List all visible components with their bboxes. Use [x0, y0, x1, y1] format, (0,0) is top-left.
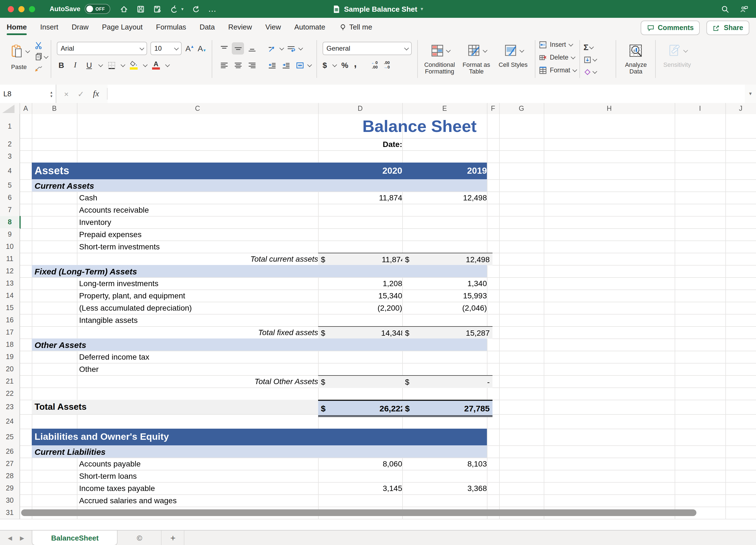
select-all-corner[interactable]: [0, 103, 20, 114]
align-bottom-button[interactable]: [246, 42, 258, 55]
align-center-button[interactable]: [232, 59, 244, 71]
autosave-toggle[interactable]: OFF: [85, 4, 111, 14]
total-assets-2019[interactable]: $27,785: [402, 400, 492, 417]
comments-button[interactable]: Comments: [640, 21, 700, 35]
document-title-area[interactable]: Sample Balance Shet ▾: [0, 0, 756, 18]
cut-button[interactable]: [35, 41, 47, 50]
row-header-28[interactable]: 28: [0, 470, 20, 483]
line-item-label[interactable]: Inventory: [77, 216, 320, 228]
clear-button[interactable]: [584, 67, 613, 77]
row-header-3[interactable]: 3: [0, 150, 20, 163]
row-header-12[interactable]: 12: [0, 265, 20, 278]
line-item-label[interactable]: Accrued salaries and wages: [77, 494, 320, 507]
more-toolbar-icon[interactable]: …: [208, 6, 217, 12]
decrease-font-size-button[interactable]: A▾: [197, 42, 206, 55]
name-box-stepper[interactable]: ▴▾: [50, 90, 52, 98]
line-item-label[interactable]: Other: [77, 363, 320, 375]
line-item-label[interactable]: Accounts receivable: [77, 204, 320, 216]
value-2019[interactable]: 15,993: [402, 289, 490, 302]
insert-function-icon[interactable]: fx: [93, 89, 99, 99]
total-assets-label[interactable]: Total Assets: [32, 400, 321, 414]
format-as-table-chevron[interactable]: [482, 48, 487, 53]
align-left-button[interactable]: [218, 59, 230, 71]
formula-bar-expand-chevron[interactable]: ▼: [745, 85, 756, 103]
number-format-select[interactable]: General: [323, 42, 412, 55]
increase-indent-button[interactable]: [280, 59, 292, 71]
redo-icon[interactable]: [191, 4, 200, 13]
wrap-text-button[interactable]: [285, 42, 297, 55]
cancel-entry-icon[interactable]: ×: [64, 89, 69, 98]
year-2020-header[interactable]: 2020: [318, 163, 405, 179]
cell-styles-button[interactable]: Cell Styles: [495, 40, 531, 75]
line-item-label[interactable]: Property, plant, and equipment: [77, 289, 320, 302]
increase-decimal-button[interactable]: ←0.00: [371, 61, 378, 70]
fill-button[interactable]: [584, 55, 613, 65]
row-header-30[interactable]: 30: [0, 494, 20, 507]
subtotal-2019[interactable]: $-: [402, 375, 492, 388]
row-header-18[interactable]: 18: [0, 338, 20, 351]
comma-format-button[interactable]: ,: [354, 61, 357, 66]
ribbon-tab-home[interactable]: Home: [7, 18, 27, 37]
section-label[interactable]: Other Assets: [32, 338, 269, 351]
delete-cells-button[interactable]: Delete: [539, 52, 576, 63]
fill-color-menu-chevron[interactable]: [143, 62, 148, 67]
value-2020[interactable]: 1,208: [318, 277, 405, 289]
format-as-table-button[interactable]: Format as Table: [458, 40, 495, 75]
row-header-24[interactable]: 24: [0, 414, 20, 429]
section-label[interactable]: Fixed (Long-Term) Assets: [32, 265, 269, 277]
subtotal-2020[interactable]: $11,874: [318, 253, 408, 266]
value-2020[interactable]: 8,060: [318, 458, 405, 470]
ribbon-tab-review[interactable]: Review: [228, 18, 252, 37]
horizontal-scrollbar[interactable]: [21, 509, 696, 516]
font-color-button[interactable]: A: [152, 59, 160, 71]
row-header-13[interactable]: 13: [0, 277, 20, 290]
line-item-label[interactable]: (Less accumulated depreciation): [77, 302, 320, 314]
row-header-5[interactable]: 5: [0, 179, 20, 192]
insert-cells-button[interactable]: Insert: [539, 39, 576, 50]
ribbon-tab-page-layout[interactable]: Page Layout: [102, 18, 143, 37]
merge-center-button[interactable]: [294, 59, 306, 71]
underline-menu-chevron[interactable]: [98, 62, 103, 67]
ribbon-tab-data[interactable]: Data: [199, 18, 215, 37]
row-header-15[interactable]: 15: [0, 302, 20, 314]
row-header-6[interactable]: 6: [0, 192, 20, 204]
paste-button[interactable]: Paste: [4, 40, 33, 72]
row-header-11[interactable]: 11: [0, 253, 20, 266]
row-header-7[interactable]: 7: [0, 204, 20, 217]
row-header-14[interactable]: 14: [0, 289, 20, 302]
row-header-22[interactable]: 22: [0, 387, 20, 400]
minimize-window-button[interactable]: [18, 6, 25, 12]
value-2020[interactable]: 15,340: [318, 289, 405, 302]
section-label[interactable]: Current Liabilities: [32, 445, 269, 458]
format-cells-button[interactable]: Format: [539, 65, 576, 76]
row-header-21[interactable]: 21: [0, 375, 20, 388]
value-2020[interactable]: 3,145: [318, 482, 405, 494]
formula-input[interactable]: [108, 85, 745, 103]
format-painter-button[interactable]: [35, 64, 47, 72]
value-2019[interactable]: 3,368: [402, 482, 490, 494]
column-header-H[interactable]: H: [544, 103, 675, 114]
column-header-G[interactable]: G: [499, 103, 544, 114]
row-header-9[interactable]: 9: [0, 228, 20, 241]
conditional-formatting-button[interactable]: Conditional Formatting: [421, 40, 458, 75]
fill-color-button[interactable]: [129, 59, 138, 71]
line-item-label[interactable]: Intangible assets: [77, 314, 320, 326]
row-header-23[interactable]: 23: [0, 400, 20, 415]
autosum-button[interactable]: Σ: [584, 42, 613, 52]
row-header-10[interactable]: 10: [0, 241, 20, 253]
percent-format-button[interactable]: %: [342, 61, 348, 70]
column-header-J[interactable]: J: [725, 103, 756, 114]
cell-styles-chevron[interactable]: [519, 48, 524, 53]
decrease-decimal-button[interactable]: .00→0: [383, 61, 390, 70]
line-item-label[interactable]: Short-term investments: [77, 241, 320, 253]
liabilities-header-label[interactable]: Liabilities and Owner's Equity: [32, 429, 313, 445]
value-2020[interactable]: (2,200): [318, 302, 405, 314]
line-item-label[interactable]: Deferred income tax: [77, 351, 320, 363]
row-header-31[interactable]: 31: [0, 507, 20, 519]
orientation-button[interactable]: [266, 42, 278, 55]
wrap-text-menu-chevron[interactable]: [298, 46, 303, 50]
value-2019[interactable]: (2,046): [402, 302, 490, 314]
paste-menu-chevron[interactable]: [25, 48, 30, 53]
assets-header-label[interactable]: Assets: [32, 163, 276, 179]
conditional-formatting-chevron[interactable]: [446, 48, 450, 53]
